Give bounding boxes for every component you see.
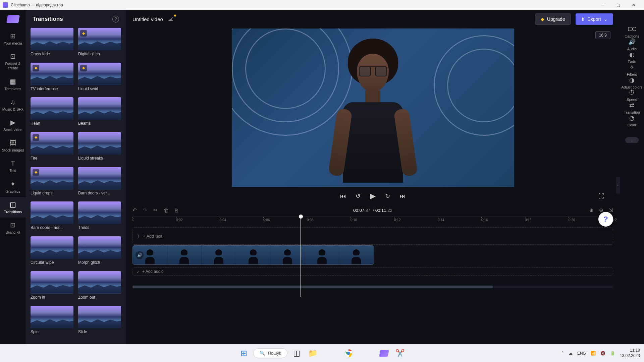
right-fade[interactable]: ◐Fade <box>622 51 643 64</box>
audio-track[interactable]: ♪ + Add audio <box>132 267 613 276</box>
transition-liquid-drops[interactable]: ◆Liquid drops <box>31 167 73 198</box>
delete-button[interactable]: 🗑 <box>164 207 169 213</box>
app-icon <box>3 2 8 8</box>
timecode: 00:07.87 / 00:11.22 <box>353 208 392 213</box>
transition-thirds[interactable]: Thirds <box>78 201 121 233</box>
aspect-ratio-selector[interactable]: 16:9 <box>595 31 610 39</box>
nav-brand-kit[interactable]: ⊡Brand kit <box>0 218 26 238</box>
transition-circular-wipe[interactable]: Circular wipe <box>31 236 73 268</box>
split-button[interactable]: ✂ <box>153 207 158 213</box>
timeline-tracks: T + Add text ♪ + Add audio 🔊 <box>126 225 620 286</box>
nav-icon: 🖼 <box>10 139 16 147</box>
clock[interactable]: 11:18 13.02.2023 <box>620 348 640 358</box>
transition-zoom-out[interactable]: Zoom out <box>78 271 121 303</box>
right-speed[interactable]: ⏱Speed <box>622 89 643 102</box>
help-floating-button[interactable]: ? <box>598 212 613 227</box>
playback-controls: ⏮ ↺ ▶ ↻ ⏭ ⛶ <box>126 187 620 205</box>
duplicate-button[interactable]: ⎘ <box>175 207 178 213</box>
app-taskbar-button[interactable]: ✂️ <box>393 347 407 360</box>
window-maximize[interactable]: ▢ <box>610 0 626 10</box>
right-transition[interactable]: ⇄Transition <box>622 102 643 114</box>
nav-stock-images[interactable]: 🖼Stock images <box>0 135 26 156</box>
playhead[interactable] <box>301 217 301 297</box>
transition-barn-doors-hor-[interactable]: Barn doors - hor... <box>31 201 73 233</box>
right-captions[interactable]: CCCaptions <box>622 26 643 38</box>
transitions-panel: Transitions ? Cross fade◆Digital glitch◆… <box>26 10 126 344</box>
transition-tv-interference[interactable]: ◆TV interference <box>31 63 73 94</box>
clipchamp-taskbar-button[interactable] <box>377 347 391 360</box>
window-titlebar: Clipchamp — відеоредактор ─ ▢ ✕ <box>0 0 644 10</box>
clipchamp-logo[interactable] <box>6 15 19 23</box>
center-area: Untitled video ☁̸◆ ◆ Upgrade ⬆ Export ⌄ <box>126 10 620 344</box>
transition-cross-fade[interactable]: Cross fade <box>31 28 73 59</box>
skip-back-button[interactable]: ⏮ <box>340 193 346 200</box>
undo-button[interactable]: ↶ <box>132 207 137 213</box>
zoom-fit-button[interactable]: ⇲ <box>609 207 613 213</box>
top-toolbar: Untitled video ☁̸◆ ◆ Upgrade ⬆ Export ⌄ <box>126 10 620 28</box>
right-collapse-toggle[interactable]: › <box>616 177 620 194</box>
forward-button[interactable]: ↻ <box>385 192 390 200</box>
task-view-button[interactable]: ◫ <box>290 347 304 360</box>
nav-stock-video[interactable]: ▶Stock video <box>0 115 26 135</box>
nav-templates[interactable]: ▦Templates <box>0 74 26 95</box>
text-track[interactable]: T + Add text <box>132 227 613 245</box>
right-adjust-colors[interactable]: ◑Adjust colors <box>622 76 643 89</box>
nav-your-media[interactable]: ⊞Your media <box>0 28 26 49</box>
window-close[interactable]: ✕ <box>626 0 641 10</box>
transition-liquid-streaks[interactable]: Liquid streaks <box>78 132 121 164</box>
right-color[interactable]: ◔Color <box>622 114 643 127</box>
right-audio[interactable]: 🔊Audio <box>622 38 643 51</box>
nav-music-sfx[interactable]: ♫Music & SFX <box>0 95 26 115</box>
transition-digital-glitch[interactable]: ◆Digital glitch <box>78 28 121 59</box>
taskbar: ⊞ 🔍 Пошук ◫ 📁 ✂️ ˄ ☁ ENG 📶 🔇 🔋 11:18 13.… <box>0 344 644 362</box>
cloud-sync-icon[interactable]: ☁̸◆ <box>168 16 173 22</box>
premium-icon: ◆ <box>80 65 87 71</box>
transition-morph-glitch[interactable]: Morph glitch <box>78 236 121 268</box>
export-button[interactable]: ⬆ Export ⌄ <box>576 13 613 25</box>
premium-icon: ◆ <box>33 65 39 71</box>
transition-liquid-swirl[interactable]: ◆Liquid swirl <box>78 63 121 94</box>
right-expand-toggle[interactable]: ⌄ <box>625 137 639 143</box>
video-preview[interactable] <box>232 28 514 187</box>
nav-text[interactable]: TText <box>0 156 26 176</box>
volume-icon[interactable]: 🔇 <box>600 351 605 356</box>
transition-slide[interactable]: Slide <box>78 306 121 337</box>
transition-spin[interactable]: Spin <box>31 306 73 337</box>
nav-record-create[interactable]: ⊡Record & create <box>0 49 26 74</box>
timeline-ruler[interactable]: 00:020:040:060:080:100:120:140:160:180:2… <box>132 217 613 225</box>
nav-icon: T <box>11 159 15 167</box>
wifi-icon[interactable]: 📶 <box>591 351 596 356</box>
timeline-scrollbar[interactable] <box>132 286 613 288</box>
taskbar-search[interactable]: 🔍 Пошук <box>253 348 287 358</box>
skip-forward-button[interactable]: ⏭ <box>399 193 406 200</box>
file-explorer-button[interactable]: 📁 <box>306 347 320 360</box>
transition-zoom-in[interactable]: Zoom in <box>31 271 73 303</box>
onedrive-icon[interactable]: ☁ <box>569 351 573 356</box>
language-indicator[interactable]: ENG <box>577 351 586 356</box>
help-icon[interactable]: ? <box>112 16 119 22</box>
transition-heart[interactable]: Heart <box>31 97 73 129</box>
transition-fire[interactable]: ◆Fire <box>31 132 73 164</box>
fullscreen-button[interactable]: ⛶ <box>598 193 604 200</box>
right-filters[interactable]: ✧Filters <box>622 64 643 76</box>
transition-barn-doors-ver-[interactable]: Barn doors - ver... <box>78 167 121 198</box>
start-button[interactable]: ⊞ <box>237 347 251 360</box>
nav-transitions[interactable]: ◫Transitions <box>0 197 26 218</box>
timeline-toolbar: ↶ ↷ ✂ 🗑 ⎘ 00:07.87 / 00:11.22 ⊕ ⊖ ⇲ <box>126 205 620 215</box>
tray-expand-icon[interactable]: ˄ <box>562 351 564 356</box>
redo-button[interactable]: ↷ <box>143 207 147 213</box>
window-minimize[interactable]: ─ <box>595 0 610 10</box>
project-title[interactable]: Untitled video <box>132 16 163 22</box>
nav-graphics[interactable]: ✦Graphics <box>0 177 26 197</box>
nav-icon: ✦ <box>10 180 16 188</box>
play-button[interactable]: ▶ <box>370 192 376 200</box>
video-clip[interactable]: 🔊 <box>132 245 374 265</box>
rewind-button[interactable]: ↺ <box>356 192 361 200</box>
battery-icon[interactable]: 🔋 <box>610 351 615 356</box>
clip-audio-icon[interactable]: 🔊 <box>136 251 144 259</box>
nav-icon: ▦ <box>10 77 16 85</box>
transition-beams[interactable]: Beams <box>78 97 121 129</box>
zoom-in-button[interactable]: ⊕ <box>589 207 594 213</box>
upgrade-button[interactable]: ◆ Upgrade <box>535 13 571 25</box>
chrome-button[interactable] <box>342 347 355 360</box>
